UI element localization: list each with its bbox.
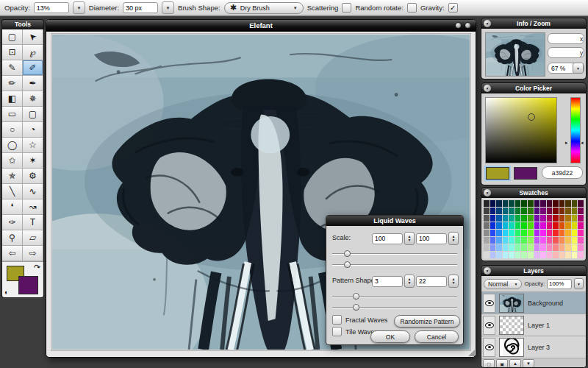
swatch[interactable] bbox=[496, 200, 502, 207]
swatch[interactable] bbox=[528, 222, 534, 229]
eraser-tool[interactable]: ▱ bbox=[23, 230, 43, 246]
foreground-swatch[interactable] bbox=[486, 167, 509, 180]
pattern-y-stepper[interactable]: ▲▼ bbox=[448, 275, 459, 288]
layer-row-layer-1[interactable]: Layer 1 bbox=[481, 314, 586, 336]
layer-thumbnail[interactable] bbox=[499, 294, 524, 313]
background-color-well[interactable] bbox=[18, 276, 38, 294]
swatch[interactable] bbox=[490, 237, 496, 244]
swatch[interactable] bbox=[496, 208, 502, 214]
scale-y-slider[interactable] bbox=[332, 261, 457, 269]
brush-tool[interactable]: ✐ bbox=[23, 60, 43, 76]
swatch[interactable] bbox=[565, 215, 571, 222]
swatch[interactable] bbox=[521, 244, 527, 251]
x-coordinate-field[interactable] bbox=[548, 33, 584, 44]
swatch[interactable] bbox=[496, 252, 502, 258]
swatch[interactable] bbox=[521, 208, 527, 214]
fractal-waves-checkbox[interactable] bbox=[332, 315, 342, 325]
swatch[interactable] bbox=[572, 200, 578, 207]
slider-thumb[interactable] bbox=[353, 304, 359, 311]
swatch[interactable] bbox=[521, 215, 527, 222]
swatch[interactable] bbox=[490, 222, 496, 229]
swatch[interactable] bbox=[553, 222, 559, 229]
swatch[interactable] bbox=[578, 215, 584, 222]
resize-grip[interactable] bbox=[468, 350, 475, 356]
y-coordinate-field[interactable] bbox=[548, 47, 584, 58]
raise-layer-button[interactable]: ▲ bbox=[509, 359, 521, 367]
swatch[interactable] bbox=[559, 244, 565, 251]
swatch[interactable] bbox=[515, 222, 521, 229]
swatch[interactable] bbox=[572, 208, 578, 214]
swatch[interactable] bbox=[540, 222, 546, 229]
swatch[interactable] bbox=[496, 215, 502, 222]
swatch[interactable] bbox=[521, 237, 527, 244]
swatch[interactable] bbox=[572, 215, 578, 222]
swatch[interactable] bbox=[503, 237, 509, 244]
swatch[interactable] bbox=[484, 237, 490, 244]
star-tool[interactable]: ☆ bbox=[23, 138, 43, 153]
swatch[interactable] bbox=[559, 222, 565, 229]
move-tool[interactable]: ➤ bbox=[23, 29, 43, 45]
slider-thumb[interactable] bbox=[344, 261, 351, 268]
swatch[interactable] bbox=[490, 215, 496, 222]
zoom-dropdown-button[interactable]: ▼ bbox=[573, 63, 584, 74]
swatch[interactable] bbox=[509, 244, 514, 251]
swatch[interactable] bbox=[521, 222, 527, 229]
diameter-dropdown-button[interactable]: ▼ bbox=[162, 1, 174, 14]
swatch[interactable] bbox=[490, 244, 496, 251]
pencil-tool[interactable]: ✏ bbox=[2, 76, 23, 91]
curve-tool[interactable]: ∿ bbox=[23, 184, 43, 199]
pie-tool[interactable]: ◔ bbox=[23, 122, 43, 138]
swatch[interactable] bbox=[553, 244, 559, 251]
swatch[interactable] bbox=[503, 222, 509, 229]
swatch[interactable] bbox=[534, 215, 540, 222]
swatch[interactable] bbox=[565, 200, 571, 207]
swatch[interactable] bbox=[547, 237, 553, 244]
collapse-panel-button[interactable]: ▼ bbox=[484, 20, 491, 27]
layer-visibility-toggle[interactable] bbox=[483, 316, 495, 335]
swatch[interactable] bbox=[484, 222, 490, 229]
swatch[interactable] bbox=[540, 244, 546, 251]
swatch[interactable] bbox=[565, 237, 571, 244]
swatch[interactable] bbox=[484, 208, 490, 214]
swatch[interactable] bbox=[540, 215, 546, 222]
swatch[interactable] bbox=[528, 200, 534, 207]
layer-thumbnail[interactable] bbox=[499, 338, 524, 357]
swatch[interactable] bbox=[553, 208, 559, 214]
swatch[interactable] bbox=[509, 215, 514, 222]
swatch[interactable] bbox=[521, 200, 527, 207]
navigator-thumbnail[interactable] bbox=[485, 32, 545, 77]
duplicate-layer-button[interactable]: ▣ bbox=[496, 359, 508, 367]
pattern-x-slider[interactable] bbox=[332, 292, 457, 300]
swatch[interactable] bbox=[547, 222, 553, 229]
star6-tool[interactable]: ✶ bbox=[23, 153, 43, 169]
fill-tool[interactable]: ❛ bbox=[2, 199, 23, 215]
tile-waves-checkbox[interactable] bbox=[332, 327, 342, 336]
swatch[interactable] bbox=[559, 215, 565, 222]
swatch[interactable] bbox=[509, 230, 514, 236]
swatch[interactable] bbox=[540, 230, 546, 236]
swatch[interactable] bbox=[509, 200, 514, 207]
hue-arrow-left-icon[interactable]: ▸ bbox=[565, 140, 568, 146]
swatch[interactable] bbox=[503, 230, 509, 236]
swatch[interactable] bbox=[528, 244, 534, 251]
layer-thumbnail[interactable] bbox=[499, 316, 524, 335]
swatch[interactable] bbox=[553, 215, 559, 222]
layer-visibility-toggle[interactable] bbox=[483, 294, 495, 313]
slider-thumb[interactable] bbox=[353, 293, 359, 300]
swatch[interactable] bbox=[565, 252, 571, 258]
swatch[interactable] bbox=[578, 252, 584, 258]
swatch[interactable] bbox=[528, 252, 534, 258]
lasso-tool[interactable]: ℘ bbox=[23, 45, 43, 60]
collapse-panel-button[interactable]: ▼ bbox=[484, 267, 491, 275]
gravity-checkbox[interactable]: ✓ bbox=[448, 3, 458, 13]
swatch[interactable] bbox=[547, 208, 553, 214]
swatch[interactable] bbox=[540, 208, 546, 214]
swatch[interactable] bbox=[528, 215, 534, 222]
eyedropper-tool[interactable]: ✑ bbox=[2, 215, 23, 230]
swatch[interactable] bbox=[496, 230, 502, 236]
line-tool[interactable]: ╲ bbox=[2, 184, 23, 199]
cancel-button[interactable]: Cancel bbox=[415, 330, 459, 343]
swatch[interactable] bbox=[534, 237, 540, 244]
swatch[interactable] bbox=[490, 208, 496, 214]
scale-y-input[interactable] bbox=[416, 233, 447, 244]
